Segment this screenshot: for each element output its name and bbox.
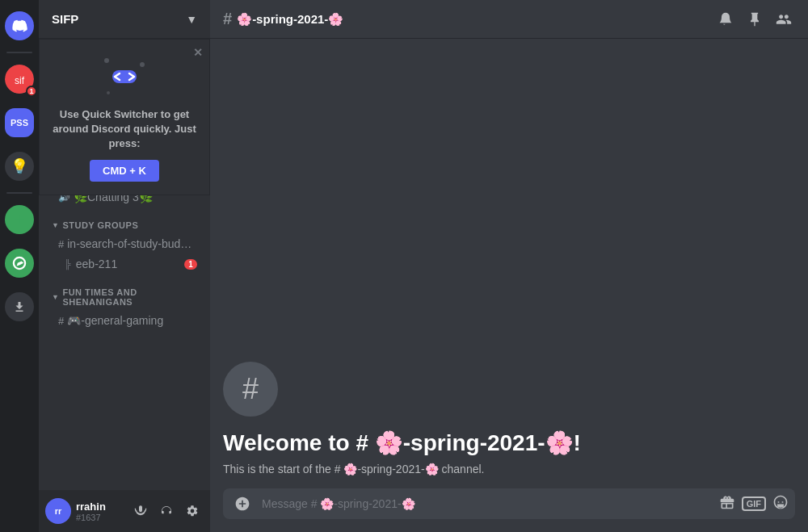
pin-icon[interactable] <box>743 8 766 31</box>
download-button[interactable] <box>0 287 39 326</box>
footer-icons <box>129 500 204 522</box>
welcome-description: This is the start of the # 🌸-spring-2021… <box>223 463 795 475</box>
channel-study-buddi[interactable]: # in-search-of-study-buddi... <box>45 234 204 253</box>
settings-icon[interactable] <box>181 500 204 522</box>
gift-icon[interactable] <box>719 494 735 514</box>
message-input[interactable] <box>262 488 713 519</box>
notification-bell-icon[interactable] <box>714 8 737 31</box>
chat-area: # Welcome to # 🌸-spring-2021-🌸! This is … <box>210 39 808 488</box>
quick-switcher-shortcut-btn[interactable]: CMD + K <box>90 160 159 182</box>
user-name: rrahin <box>76 501 124 513</box>
server-name: SIFP <box>52 12 78 26</box>
main-content: # 🌸-spring-2021-🌸 # Welcome to # 🌸-sprin… <box>210 0 808 532</box>
message-input-area: GIF <box>210 488 808 532</box>
server-name-header[interactable]: SIFP ▼ ✕ Use Quick Switcher to get aroun… <box>39 0 210 39</box>
welcome-hash-icon: # <box>223 362 278 417</box>
members-icon[interactable] <box>772 8 795 31</box>
discover-button[interactable] <box>0 244 39 283</box>
category-study-groups[interactable]: ▼ STUDY GROUPS <box>39 207 210 233</box>
svg-point-1 <box>104 58 109 63</box>
welcome-section: # Welcome to # 🌸-spring-2021-🌸! This is … <box>223 362 795 488</box>
channel-name: 🎮-general-gaming <box>67 314 197 327</box>
message-input-box: GIF <box>223 488 795 519</box>
add-attachment-button[interactable] <box>229 491 255 517</box>
microphone-icon[interactable] <box>129 500 152 522</box>
headphone-icon[interactable] <box>155 500 178 522</box>
avatar-text: rr <box>55 506 62 516</box>
icon-bar: 1 PSS 💡 <box>0 0 39 532</box>
add-server-button[interactable] <box>0 200 39 239</box>
server-sifp-button[interactable]: 1 <box>0 60 39 98</box>
category-fun-times[interactable]: ▼ FUN TIMES AND SHENANIGANS <box>39 274 210 310</box>
quick-switcher-text: Use Quick Switcher to get around Discord… <box>53 107 196 152</box>
channel-general-gaming[interactable]: # 🎮-general-gaming <box>45 311 204 330</box>
emoji-button[interactable] <box>772 494 789 514</box>
user-panel: rr rrahin #1637 <box>39 490 210 532</box>
server-pss-label: PSS <box>11 118 28 128</box>
arrow-icon: ▼ <box>52 293 59 301</box>
server-badge: 1 <box>26 86 37 97</box>
quick-switcher-popup: ✕ Use Quick Switcher to get around Disco… <box>39 39 210 195</box>
user-info: rrahin #1637 <box>76 501 124 522</box>
gif-button[interactable]: GIF <box>742 496 766 511</box>
discord-home-button[interactable] <box>0 6 39 45</box>
chevron-down-icon: ▼ <box>186 13 197 26</box>
quick-switcher-icon <box>100 52 149 101</box>
header-hash-icon: # <box>223 10 232 28</box>
quick-switcher-close-icon[interactable]: ✕ <box>193 46 203 59</box>
server-light-button[interactable]: 💡 <box>0 147 39 186</box>
welcome-title: Welcome to # 🌸-spring-2021-🌸! <box>223 429 795 456</box>
divider <box>6 52 32 53</box>
category-label: FUN TIMES AND SHENANIGANS <box>62 287 204 307</box>
divider2 <box>6 192 32 194</box>
header-right <box>714 8 795 31</box>
input-right-icons: GIF <box>719 494 789 514</box>
user-tag: #1637 <box>76 513 124 522</box>
svg-point-2 <box>140 62 145 67</box>
user-avatar: rr <box>45 498 71 524</box>
channel-name: eeb-211 <box>76 258 181 270</box>
server-pss-button[interactable]: PSS <box>0 103 39 142</box>
channel-eeb-211[interactable]: ╠ eeb-211 1 <box>45 254 204 274</box>
sidebar: SIFP ▼ ✕ Use Quick Switcher to get aroun… <box>39 0 210 532</box>
hash-icon: # <box>58 315 64 327</box>
channel-header: # 🌸-spring-2021-🌸 <box>210 0 808 39</box>
unread-badge: 1 <box>184 259 197 270</box>
category-label: STUDY GROUPS <box>62 220 138 230</box>
header-channel-name: 🌸-spring-2021-🌸 <box>237 12 343 27</box>
hash-icon: # <box>58 238 64 250</box>
channel-name: in-search-of-study-buddi... <box>67 237 197 250</box>
header-left: # 🌸-spring-2021-🌸 <box>223 10 343 28</box>
hash-icon: ╠ <box>65 259 71 269</box>
svg-point-3 <box>107 91 110 94</box>
arrow-icon: ▼ <box>52 221 59 229</box>
